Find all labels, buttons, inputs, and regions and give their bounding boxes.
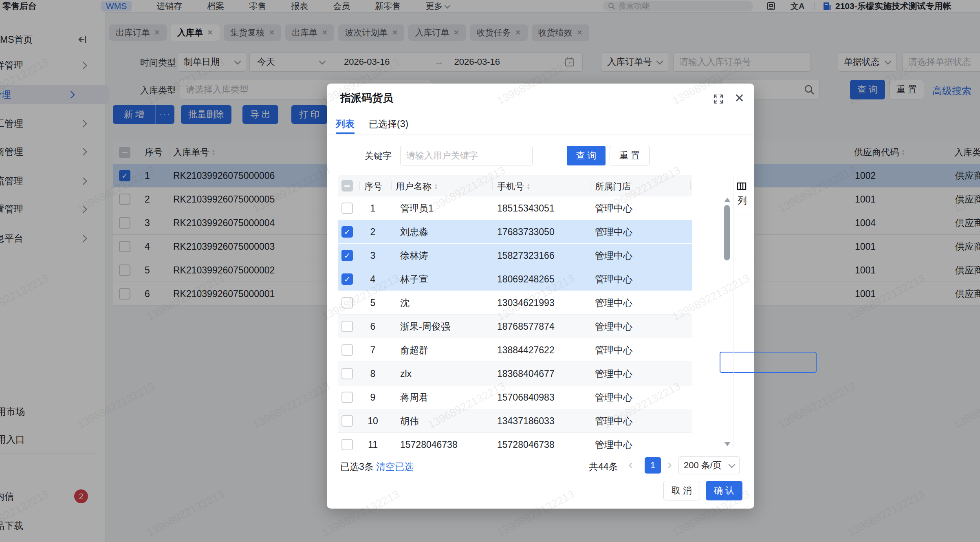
app-root: 零售后台 WMS进销存档案零售报表会员新零售更多 搜索功能 文A 2103-乐檬… <box>0 0 980 542</box>
modal-tabs-divider <box>327 134 754 134</box>
picker-row[interactable]: 3徐林涛15827323166管理中心 <box>338 244 692 267</box>
modal-tab-selected[interactable]: 已选择(3) <box>369 115 408 132</box>
row-checkbox[interactable] <box>341 267 353 291</box>
picker-row[interactable]: 5沈13034621993管理中心 <box>338 291 692 315</box>
header-divider <box>391 181 392 190</box>
row-checkbox[interactable] <box>341 315 353 338</box>
checkbox-icon <box>341 392 353 403</box>
picker-seq: 3 <box>364 244 381 267</box>
picker-name[interactable]: 管理员1 <box>400 196 434 220</box>
row-checkbox[interactable] <box>341 220 353 244</box>
picker-store: 管理中心 <box>595 362 632 386</box>
keyword-input[interactable]: 请输入用户关键字 <box>400 146 533 165</box>
picker-name[interactable]: zlx <box>400 362 412 386</box>
scrollbar-up-arrow[interactable] <box>725 198 730 202</box>
scrollbar-thumb[interactable] <box>724 205 730 260</box>
next-page-icon[interactable]: › <box>667 457 672 472</box>
row-checkbox[interactable] <box>341 386 353 409</box>
picker-name[interactable]: 徐林涛 <box>400 244 428 267</box>
picker-name[interactable]: 俞超群 <box>400 338 428 362</box>
column-settings-icon[interactable] <box>737 181 747 193</box>
picker-row[interactable]: 10胡伟13437186033管理中心 <box>338 409 692 433</box>
row-checkbox[interactable] <box>341 433 353 450</box>
chevron-down-icon <box>729 461 736 468</box>
picker-store: 管理中心 <box>595 196 632 220</box>
picker-row[interactable]: 111572804673815728046738管理中心 <box>338 433 692 450</box>
picker-phone: 18069248265 <box>497 267 555 291</box>
checkbox-icon <box>341 203 353 214</box>
picker-row[interactable]: 7俞超群13884427622管理中心 <box>338 338 692 362</box>
modal-tab-list[interactable]: 列表 <box>336 115 355 134</box>
picker-seq: 5 <box>364 291 381 315</box>
picker-store: 管理中心 <box>595 315 632 338</box>
sort-icon[interactable]: ▲▼ <box>526 183 531 190</box>
modal-col-seq: 序号 <box>364 181 382 193</box>
prev-page-icon[interactable]: ‹ <box>628 457 633 472</box>
picker-name[interactable]: 刘忠淼 <box>400 220 428 244</box>
picker-phone: 13437186033 <box>497 409 555 433</box>
page-number[interactable]: 1 <box>645 457 661 474</box>
picker-store: 管理中心 <box>595 386 632 409</box>
close-icon[interactable]: ✕ <box>734 91 744 105</box>
row-checkbox[interactable] <box>341 291 353 315</box>
modal-reset-button[interactable]: 重 置 <box>610 146 650 165</box>
picker-name[interactable]: 林子宣 <box>400 267 428 291</box>
checkbox-icon <box>341 415 353 427</box>
checkbox-icon <box>341 250 353 261</box>
header-divider <box>359 181 360 190</box>
row-checkbox[interactable] <box>341 196 353 220</box>
picker-row[interactable]: 4林子宣18069248265管理中心 <box>338 267 692 291</box>
picker-name[interactable]: 蒋周君 <box>400 386 428 409</box>
modal-table-body: 1管理员118515343051管理中心2刘忠淼17683733050管理中心3… <box>338 196 692 450</box>
cancel-button[interactable]: 取 消 <box>663 481 700 500</box>
confirm-button[interactable]: 确 认 <box>706 481 742 500</box>
picker-row[interactable]: 9蒋周君15706840983管理中心 <box>338 386 692 409</box>
row-checkbox[interactable] <box>341 409 353 433</box>
assign-picker-modal: 指派码货员 ✕ 列表 已选择(3) 关键字 请输入用户关键字 查 询 重 置 序… <box>327 84 754 509</box>
keyword-label: 关键字 <box>365 150 392 162</box>
clear-selected-link[interactable]: 清空已选 <box>376 460 414 473</box>
picker-row[interactable]: 8zlx18368404677管理中心 <box>338 362 692 386</box>
picker-name[interactable]: 胡伟 <box>400 409 419 433</box>
picker-seq: 2 <box>364 220 381 244</box>
modal-select-all-checkbox[interactable] <box>341 180 353 192</box>
picker-name[interactable]: 15728046738 <box>400 433 458 450</box>
picker-name[interactable]: 沈 <box>400 291 410 315</box>
page-size-select[interactable]: 200 条/页 <box>678 456 740 474</box>
modal-col-name[interactable]: 用户名称▲▼ <box>396 181 438 193</box>
picker-row[interactable]: 1管理员118515343051管理中心 <box>338 196 692 220</box>
picker-store: 管理中心 <box>595 338 632 362</box>
picker-phone: 15706840983 <box>497 386 555 409</box>
column-settings-label[interactable]: 列 <box>738 194 747 207</box>
checkbox-icon <box>341 273 353 285</box>
checkbox-icon <box>341 439 353 450</box>
row-checkbox[interactable] <box>341 338 353 362</box>
focused-name-cell-outline <box>720 352 817 373</box>
sort-icon[interactable]: ▲▼ <box>434 183 438 190</box>
row-checkbox[interactable] <box>341 244 353 267</box>
selected-count: 已选3条 <box>340 460 374 473</box>
checkbox-icon <box>341 297 353 308</box>
modal-col-phone[interactable]: 手机号▲▼ <box>497 181 531 193</box>
scrollbar-down-arrow[interactable] <box>725 442 730 446</box>
picker-phone: 15827323166 <box>497 244 555 267</box>
fullscreen-icon[interactable] <box>713 94 724 106</box>
picker-phone: 18768577874 <box>497 315 555 338</box>
keyword-placeholder: 请输入用户关键字 <box>406 150 478 162</box>
picker-name[interactable]: 浙果-周俊强 <box>400 315 450 338</box>
picker-seq: 1 <box>364 196 381 220</box>
row-checkbox[interactable] <box>341 362 353 386</box>
picker-row[interactable]: 6浙果-周俊强18768577874管理中心 <box>338 315 692 338</box>
picker-phone: 18368404677 <box>497 362 555 386</box>
modal-search-button[interactable]: 查 询 <box>567 146 606 165</box>
picker-seq: 10 <box>364 409 381 433</box>
picker-store: 管理中心 <box>595 267 632 291</box>
picker-store: 管理中心 <box>595 409 632 433</box>
checkbox-icon <box>341 368 353 379</box>
checkbox-icon <box>341 226 353 238</box>
picker-row[interactable]: 2刘忠淼17683733050管理中心 <box>338 220 692 244</box>
picker-store: 管理中心 <box>595 291 632 315</box>
picker-phone: 13884427622 <box>497 338 555 362</box>
picker-phone: 13034621993 <box>497 291 555 315</box>
checkbox-icon <box>341 321 353 332</box>
